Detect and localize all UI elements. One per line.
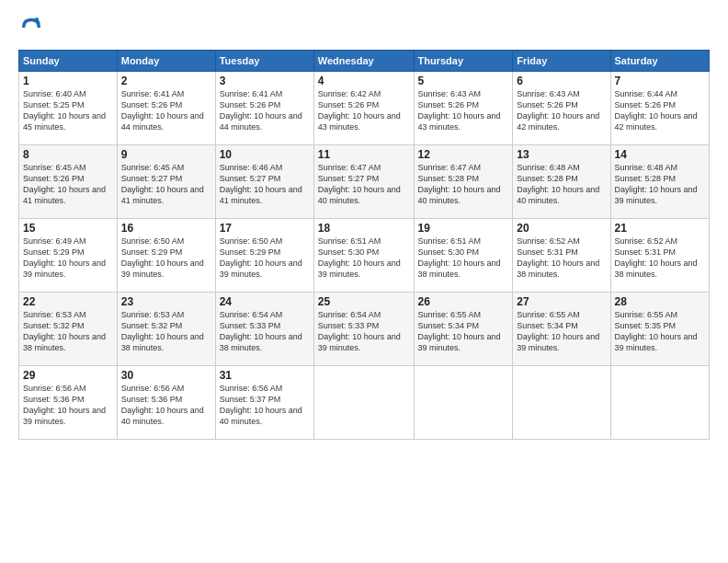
calendar-cell: 16 Sunrise: 6:50 AM Sunset: 5:29 PM Dayl…	[117, 219, 215, 293]
day-number: 3	[220, 75, 310, 87]
calendar-cell: 7 Sunrise: 6:44 AM Sunset: 5:26 PM Dayli…	[610, 72, 709, 145]
col-header-monday: Monday	[117, 51, 215, 72]
day-info: Sunrise: 6:51 AM Sunset: 5:30 PM Dayligh…	[318, 236, 410, 281]
calendar-cell: 18 Sunrise: 6:51 AM Sunset: 5:30 PM Dayl…	[313, 219, 414, 293]
calendar-cell: 23 Sunrise: 6:53 AM Sunset: 5:32 PM Dayl…	[117, 293, 215, 366]
calendar-cell: 31 Sunrise: 6:56 AM Sunset: 5:37 PM Dayl…	[215, 366, 313, 440]
day-number: 1	[23, 75, 113, 87]
calendar-cell: 2 Sunrise: 6:41 AM Sunset: 5:26 PM Dayli…	[117, 72, 215, 145]
calendar-cell: 5 Sunrise: 6:43 AM Sunset: 5:26 PM Dayli…	[414, 72, 513, 145]
day-number: 25	[318, 295, 410, 308]
col-header-tuesday: Tuesday	[215, 51, 313, 72]
logo-icon	[18, 15, 44, 40]
day-number: 6	[517, 75, 606, 87]
day-info: Sunrise: 6:51 AM Sunset: 5:30 PM Dayligh…	[418, 236, 509, 281]
day-info: Sunrise: 6:45 AM Sunset: 5:27 PM Dayligh…	[121, 162, 211, 207]
calendar-cell: 10 Sunrise: 6:46 AM Sunset: 5:27 PM Dayl…	[215, 145, 313, 219]
calendar-cell: 25 Sunrise: 6:54 AM Sunset: 5:33 PM Dayl…	[313, 293, 414, 366]
calendar-cell: 3 Sunrise: 6:41 AM Sunset: 5:26 PM Dayli…	[215, 72, 313, 145]
day-info: Sunrise: 6:54 AM Sunset: 5:33 PM Dayligh…	[318, 309, 410, 354]
calendar-cell: 26 Sunrise: 6:55 AM Sunset: 5:34 PM Dayl…	[414, 293, 513, 366]
calendar-cell: 1 Sunrise: 6:40 AM Sunset: 5:25 PM Dayli…	[19, 72, 118, 145]
calendar-cell	[313, 366, 414, 440]
calendar-cell: 15 Sunrise: 6:49 AM Sunset: 5:29 PM Dayl…	[19, 219, 118, 293]
day-number: 14	[615, 148, 705, 161]
day-info: Sunrise: 6:42 AM Sunset: 5:26 PM Dayligh…	[318, 88, 410, 133]
day-info: Sunrise: 6:48 AM Sunset: 5:28 PM Dayligh…	[517, 162, 606, 207]
day-number: 29	[23, 369, 113, 382]
calendar-cell: 28 Sunrise: 6:55 AM Sunset: 5:35 PM Dayl…	[610, 293, 709, 366]
day-number: 28	[615, 295, 705, 308]
day-info: Sunrise: 6:43 AM Sunset: 5:26 PM Dayligh…	[517, 88, 606, 133]
calendar-cell: 6 Sunrise: 6:43 AM Sunset: 5:26 PM Dayli…	[513, 72, 610, 145]
calendar-cell: 30 Sunrise: 6:56 AM Sunset: 5:36 PM Dayl…	[117, 366, 215, 440]
calendar-cell: 12 Sunrise: 6:47 AM Sunset: 5:28 PM Dayl…	[414, 145, 513, 219]
day-number: 16	[121, 222, 211, 235]
col-header-friday: Friday	[513, 51, 610, 72]
day-number: 8	[23, 148, 113, 161]
day-info: Sunrise: 6:41 AM Sunset: 5:26 PM Dayligh…	[220, 88, 310, 133]
day-info: Sunrise: 6:45 AM Sunset: 5:26 PM Dayligh…	[23, 162, 113, 207]
day-number: 7	[615, 75, 705, 87]
day-info: Sunrise: 6:56 AM Sunset: 5:36 PM Dayligh…	[121, 383, 211, 428]
calendar-cell: 21 Sunrise: 6:52 AM Sunset: 5:31 PM Dayl…	[610, 219, 709, 293]
day-info: Sunrise: 6:55 AM Sunset: 5:34 PM Dayligh…	[418, 309, 509, 354]
day-number: 12	[418, 148, 509, 161]
day-number: 21	[615, 222, 705, 235]
day-number: 4	[318, 75, 410, 87]
calendar-cell: 11 Sunrise: 6:47 AM Sunset: 5:27 PM Dayl…	[313, 145, 414, 219]
day-number: 24	[220, 295, 310, 308]
day-info: Sunrise: 6:43 AM Sunset: 5:26 PM Dayligh…	[418, 88, 509, 133]
col-header-wednesday: Wednesday	[313, 51, 414, 72]
day-info: Sunrise: 6:50 AM Sunset: 5:29 PM Dayligh…	[121, 236, 211, 281]
calendar-cell: 27 Sunrise: 6:55 AM Sunset: 5:34 PM Dayl…	[513, 293, 610, 366]
day-info: Sunrise: 6:52 AM Sunset: 5:31 PM Dayligh…	[517, 236, 606, 281]
calendar-cell	[513, 366, 610, 440]
calendar: SundayMondayTuesdayWednesdayThursdayFrid…	[18, 50, 710, 440]
calendar-cell: 29 Sunrise: 6:56 AM Sunset: 5:36 PM Dayl…	[19, 366, 118, 440]
day-info: Sunrise: 6:53 AM Sunset: 5:32 PM Dayligh…	[121, 309, 211, 354]
day-number: 23	[121, 295, 211, 308]
day-info: Sunrise: 6:53 AM Sunset: 5:32 PM Dayligh…	[23, 309, 113, 354]
day-number: 31	[220, 369, 310, 382]
day-info: Sunrise: 6:50 AM Sunset: 5:29 PM Dayligh…	[220, 236, 310, 281]
day-number: 22	[23, 295, 113, 308]
header	[18, 15, 710, 40]
calendar-cell	[610, 366, 709, 440]
day-number: 13	[517, 148, 606, 161]
day-info: Sunrise: 6:46 AM Sunset: 5:27 PM Dayligh…	[220, 162, 310, 207]
day-number: 9	[121, 148, 211, 161]
calendar-cell: 20 Sunrise: 6:52 AM Sunset: 5:31 PM Dayl…	[513, 219, 610, 293]
day-number: 2	[121, 75, 211, 87]
day-number: 30	[121, 369, 211, 382]
calendar-cell: 13 Sunrise: 6:48 AM Sunset: 5:28 PM Dayl…	[513, 145, 610, 219]
day-number: 27	[517, 295, 606, 308]
day-number: 20	[517, 222, 606, 235]
calendar-cell: 22 Sunrise: 6:53 AM Sunset: 5:32 PM Dayl…	[19, 293, 118, 366]
day-info: Sunrise: 6:40 AM Sunset: 5:25 PM Dayligh…	[23, 88, 113, 133]
day-info: Sunrise: 6:55 AM Sunset: 5:34 PM Dayligh…	[517, 309, 606, 354]
day-number: 26	[418, 295, 509, 308]
calendar-cell: 24 Sunrise: 6:54 AM Sunset: 5:33 PM Dayl…	[215, 293, 313, 366]
col-header-sunday: Sunday	[19, 51, 118, 72]
day-info: Sunrise: 6:47 AM Sunset: 5:27 PM Dayligh…	[318, 162, 410, 207]
col-header-saturday: Saturday	[610, 51, 709, 72]
day-number: 19	[418, 222, 509, 235]
calendar-cell	[414, 366, 513, 440]
day-info: Sunrise: 6:54 AM Sunset: 5:33 PM Dayligh…	[220, 309, 310, 354]
calendar-cell: 8 Sunrise: 6:45 AM Sunset: 5:26 PM Dayli…	[19, 145, 118, 219]
day-info: Sunrise: 6:56 AM Sunset: 5:36 PM Dayligh…	[23, 383, 113, 428]
col-header-thursday: Thursday	[414, 51, 513, 72]
day-info: Sunrise: 6:55 AM Sunset: 5:35 PM Dayligh…	[615, 309, 705, 354]
day-info: Sunrise: 6:52 AM Sunset: 5:31 PM Dayligh…	[615, 236, 705, 281]
day-info: Sunrise: 6:47 AM Sunset: 5:28 PM Dayligh…	[418, 162, 509, 207]
day-number: 18	[318, 222, 410, 235]
calendar-cell: 19 Sunrise: 6:51 AM Sunset: 5:30 PM Dayl…	[414, 219, 513, 293]
day-info: Sunrise: 6:56 AM Sunset: 5:37 PM Dayligh…	[220, 383, 310, 428]
logo	[18, 15, 48, 40]
day-number: 11	[318, 148, 410, 161]
day-info: Sunrise: 6:48 AM Sunset: 5:28 PM Dayligh…	[615, 162, 705, 207]
day-number: 10	[220, 148, 310, 161]
calendar-cell: 4 Sunrise: 6:42 AM Sunset: 5:26 PM Dayli…	[313, 72, 414, 145]
calendar-cell: 9 Sunrise: 6:45 AM Sunset: 5:27 PM Dayli…	[117, 145, 215, 219]
